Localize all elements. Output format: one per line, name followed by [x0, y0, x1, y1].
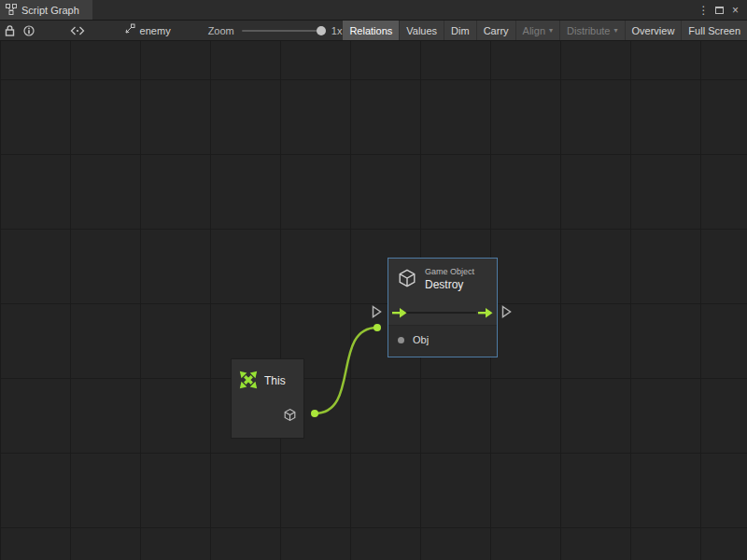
overview-button[interactable]: Overview — [626, 21, 682, 40]
carry-label: Carry — [484, 25, 509, 36]
close-icon[interactable]: × — [727, 0, 743, 20]
fullscreen-button[interactable]: Full Screen — [682, 21, 747, 40]
node-title: This — [264, 374, 286, 389]
maximize-icon[interactable] — [712, 0, 727, 20]
graph-canvas[interactable]: Game Object Destroy Obj — [0, 41, 747, 560]
wire-end-port[interactable] — [374, 324, 381, 331]
this-icon — [239, 371, 258, 393]
graph-toolbar: enemy Zoom 1x Relations Values Dim Carry — [0, 21, 747, 41]
this-output-port[interactable] — [311, 410, 318, 417]
node-this-header: This — [232, 359, 303, 404]
window-controls: ⋮ × — [696, 0, 747, 20]
zoom-slider[interactable] — [242, 30, 324, 32]
game-object-cube-icon — [397, 268, 417, 292]
relations-button[interactable]: Relations — [343, 21, 399, 40]
flow-relation-line — [404, 312, 476, 314]
node-destroy-header: Game Object Destroy — [388, 259, 497, 301]
tab-title: Script Graph — [21, 5, 79, 16]
zoom-label: Zoom — [208, 25, 234, 36]
lock-icon[interactable] — [0, 21, 19, 40]
zoom-knob[interactable] — [317, 26, 326, 35]
align-button[interactable]: Align ▾ — [516, 21, 559, 40]
dim-label: Dim — [451, 25, 470, 36]
window-menu-icon[interactable]: ⋮ — [696, 0, 712, 20]
node-category: Game Object — [425, 267, 474, 278]
node-title: Destroy — [425, 278, 474, 293]
align-label: Align — [523, 25, 545, 36]
obj-input-row: Obj — [388, 325, 497, 357]
toolbar-button-group: Relations Values Dim Carry Align ▾ Distr… — [342, 21, 747, 40]
script-graph-icon — [6, 4, 17, 17]
flow-output-port[interactable] — [501, 305, 512, 318]
carry-button[interactable]: Carry — [477, 21, 515, 40]
graph-name-indicator[interactable]: enemy — [123, 21, 171, 40]
zoom-control: Zoom 1x — [208, 21, 343, 40]
flow-row — [388, 301, 497, 325]
tab-script-graph[interactable]: Script Graph — [0, 0, 92, 20]
flow-input-port[interactable] — [372, 305, 382, 318]
fullscreen-label: Full Screen — [688, 25, 740, 36]
zoom-value: 1x — [331, 25, 343, 36]
script-graph-window: Script Graph ⋮ × — [0, 0, 747, 560]
overview-label: Overview — [632, 25, 675, 36]
distribute-label: Distribute — [567, 25, 610, 36]
chevron-down-icon: ▾ — [614, 26, 618, 35]
flow-exit-arrow-icon[interactable] — [478, 307, 493, 318]
titlebar: Script Graph ⋮ × — [0, 0, 747, 21]
node-destroy[interactable]: Game Object Destroy Obj — [388, 258, 498, 357]
obj-input-port[interactable] — [398, 337, 404, 343]
node-this[interactable]: This — [231, 358, 304, 439]
relations-label: Relations — [349, 25, 392, 36]
info-icon[interactable] — [19, 21, 37, 40]
dim-button[interactable]: Dim — [444, 21, 476, 40]
obj-port-label: Obj — [413, 334, 429, 345]
graph-icon — [123, 23, 135, 37]
connection-wire[interactable] — [315, 328, 377, 413]
insert-unit-icon[interactable] — [66, 21, 90, 40]
values-button[interactable]: Values — [400, 21, 444, 40]
maximize-glyph — [715, 7, 724, 14]
graph-name-label: enemy — [140, 25, 171, 36]
connections-layer — [0, 41, 747, 560]
distribute-button[interactable]: Distribute ▾ — [560, 21, 624, 40]
chevron-down-icon: ▾ — [549, 26, 553, 35]
values-label: Values — [406, 25, 437, 36]
flow-enter-arrow-icon[interactable] — [392, 307, 407, 318]
this-output-cube-icon[interactable] — [283, 408, 297, 426]
